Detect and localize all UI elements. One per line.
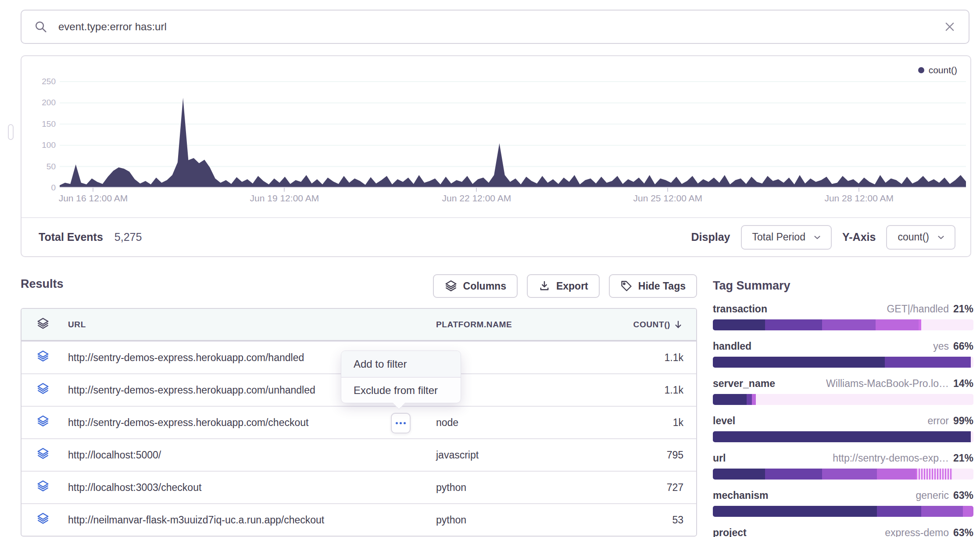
tag-summary-entry-server_name: server_name Williams-MacBook-Pro.lo… 14%: [713, 378, 973, 405]
display-select[interactable]: Total Period: [741, 225, 832, 250]
table-row[interactable]: http://neilmanvar-flask-m3uuizd7iq-uc.a.…: [21, 503, 696, 536]
tag-name[interactable]: transaction: [713, 303, 767, 315]
table-row[interactable]: http://localhost:5000/ javascript 795: [21, 438, 696, 471]
table-row[interactable]: http://localhost:3003/checkout python 72…: [21, 471, 696, 503]
column-header-url[interactable]: URL: [68, 320, 86, 329]
x-axis-tick: [284, 188, 285, 192]
table-row[interactable]: http://sentry-demos-express.herokuapp.co…: [21, 406, 696, 438]
tag-bar-segment[interactable]: [916, 469, 952, 480]
event-volume-chart[interactable]: 250200150100500Jun 16 12:00 AMJun 19 12:…: [60, 56, 966, 188]
tag-bar-segment[interactable]: [713, 469, 765, 480]
sidebar-collapse-handle[interactable]: [8, 124, 14, 140]
add-to-filter-menu-item[interactable]: Add to filter: [341, 351, 461, 377]
platform-cell[interactable]: node: [436, 417, 458, 429]
count-cell[interactable]: 1.1k: [665, 384, 683, 396]
tag-distribution-bar: [713, 394, 973, 405]
tag-bar-segment[interactable]: [921, 506, 963, 517]
tag-top-value: express-demo: [885, 527, 949, 537]
tag-bar-segment[interactable]: [747, 394, 752, 405]
url-cell[interactable]: http://neilmanvar-flask-m3uuizd7iq-uc.a.…: [68, 514, 324, 526]
url-cell[interactable]: http://sentry-demos-express.herokuapp.co…: [68, 384, 315, 396]
tag-bar-segment[interactable]: [876, 319, 919, 330]
count-cell[interactable]: 795: [667, 449, 683, 461]
columns-button[interactable]: Columns: [433, 274, 518, 298]
tag-bar-segment[interactable]: [713, 394, 747, 405]
yaxis-select[interactable]: count(): [886, 225, 955, 250]
column-header-count[interactable]: COUNT(): [633, 319, 683, 330]
platform-cell[interactable]: python: [436, 514, 466, 526]
tag-bar-segment[interactable]: [752, 394, 756, 405]
tag-name[interactable]: mechanism: [713, 490, 769, 501]
exclude-from-filter-menu-item[interactable]: Exclude from filter: [341, 377, 461, 403]
layers-icon: [36, 350, 50, 363]
tag-bar-segment[interactable]: [971, 431, 973, 442]
y-axis-tick-label: 0: [23, 183, 56, 193]
tag-summary-entry-mechanism: mechanism generic 63%: [713, 490, 973, 517]
tag-bar-segment[interactable]: [756, 394, 973, 405]
tag-top-percent: 14%: [953, 378, 973, 390]
platform-cell[interactable]: javascript: [436, 449, 479, 461]
count-cell[interactable]: 53: [672, 514, 683, 526]
layers-row-icon: [36, 480, 50, 495]
tag-bar-segment[interactable]: [822, 469, 877, 480]
tag-bar-segment[interactable]: [877, 506, 921, 517]
search-bar[interactable]: event.type:error has:url: [21, 10, 969, 44]
hide-tags-button[interactable]: Hide Tags: [609, 274, 697, 298]
tag-bar-segment[interactable]: [877, 469, 916, 480]
search-input[interactable]: event.type:error has:url: [58, 21, 943, 33]
tag-bar-segment[interactable]: [713, 357, 885, 368]
tag-bar-segment[interactable]: [885, 357, 971, 368]
tag-bar-segment[interactable]: [971, 357, 973, 368]
tag-name[interactable]: project: [713, 527, 747, 537]
clear-search-icon[interactable]: [943, 20, 956, 33]
count-cell[interactable]: 727: [667, 482, 683, 494]
tag-top-percent: 66%: [953, 340, 973, 352]
tag-top-percent: 21%: [953, 452, 973, 464]
tag-bar-segment[interactable]: [765, 319, 823, 330]
tag-icon: [620, 280, 633, 292]
tag-bar-segment[interactable]: [713, 431, 971, 442]
platform-cell[interactable]: python: [436, 482, 466, 494]
layers-icon: [444, 279, 458, 293]
tag-name[interactable]: level: [713, 415, 735, 427]
tag-top-value: http://sentry-demos-exp…: [833, 452, 949, 464]
url-cell[interactable]: http://sentry-demos-express.herokuapp.co…: [68, 417, 308, 429]
url-cell[interactable]: http://sentry-demos-express.herokuapp.co…: [68, 352, 304, 364]
tag-bar-segment[interactable]: [822, 319, 876, 330]
x-axis-tick-label: Jun 22 12:00 AM: [428, 193, 525, 204]
cell-actions-button[interactable]: [391, 413, 411, 433]
column-header-platform-name[interactable]: PLATFORM.NAME: [436, 320, 512, 329]
tag-summary-entry-level: level error 99%: [713, 415, 973, 442]
tag-name[interactable]: handled: [713, 340, 751, 352]
tag-bar-segment[interactable]: [921, 319, 973, 330]
events-chart-panel: count() 250200150100500Jun 16 12:00 AMJu…: [21, 55, 971, 257]
chevron-down-icon: [812, 233, 822, 242]
button-label: Export: [556, 280, 588, 292]
chart-footer: Total Events 5,275 Display Total Period …: [21, 218, 970, 256]
y-axis-tick-label: 250: [23, 77, 56, 86]
tag-bar-segment[interactable]: [713, 319, 765, 330]
layers-row-icon: [36, 415, 50, 430]
layers-icon: [36, 447, 50, 460]
tag-bar-segment[interactable]: [963, 506, 973, 517]
layers-icon: [36, 415, 50, 428]
count-cell[interactable]: 1k: [673, 417, 683, 429]
count-cell[interactable]: 1.1k: [665, 352, 683, 364]
x-axis-tick: [93, 188, 93, 192]
url-cell[interactable]: http://localhost:5000/: [68, 449, 161, 461]
tag-distribution-bar: [713, 431, 973, 442]
export-button[interactable]: Export: [527, 274, 600, 298]
tag-bar-segment[interactable]: [765, 469, 823, 480]
layers-row-icon: [36, 382, 50, 398]
tag-name[interactable]: url: [713, 452, 726, 464]
layers-icon: [36, 382, 50, 395]
tag-distribution-bar: [713, 469, 973, 480]
tag-bar-segment[interactable]: [713, 506, 877, 517]
url-cell[interactable]: http://localhost:3003/checkout: [68, 482, 201, 494]
layers-icon: [36, 512, 50, 525]
tag-bar-segment[interactable]: [952, 469, 973, 480]
results-toolbar: ColumnsExportHide Tags: [433, 274, 697, 298]
layers-icon: [36, 317, 50, 330]
layers-row-icon: [36, 447, 50, 463]
tag-name[interactable]: server_name: [713, 378, 775, 390]
